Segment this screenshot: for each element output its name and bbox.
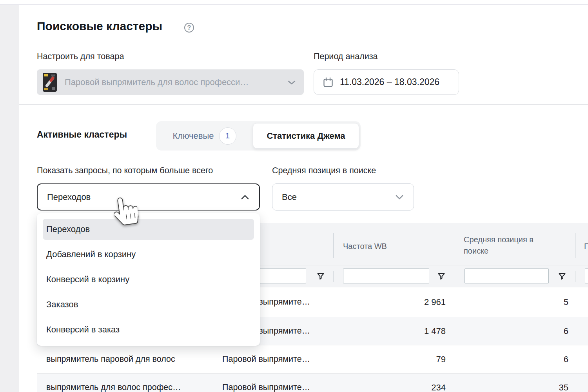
chevron-down-icon <box>287 80 296 85</box>
dropdown-option-1[interactable]: Добавлений в корзину <box>43 244 254 265</box>
filter-input-position[interactable] <box>465 269 549 283</box>
product-thumbnail <box>43 73 57 92</box>
position-select[interactable]: Все <box>272 183 414 211</box>
funnel-icon[interactable] <box>557 271 568 282</box>
filter-input-frequency[interactable] <box>343 269 429 283</box>
table-row-3: выпрямитель для волос профес…Паровой вып… <box>37 373 588 392</box>
calendar-icon <box>323 77 334 88</box>
metric-select[interactable]: Переходов <box>37 183 260 211</box>
metric-select-value: Переходов <box>47 192 240 202</box>
period-label: Период анализа <box>314 52 378 62</box>
cell-pos: 35 <box>455 374 568 392</box>
product-select-value: Паровой выпрямитель для волос професси… <box>65 77 287 87</box>
metric-dropdown-menu: ПереходовДобавлений в корзинуКонверсий в… <box>37 213 260 346</box>
cell-product: Паровой выпрямите… <box>222 374 329 392</box>
column-header-avg-position: Средняя позиция в поиске <box>464 234 547 257</box>
cell-freq: 234 <box>333 374 446 392</box>
column-header-frequency-wb: Частота WB <box>343 241 387 252</box>
tab-keywords-count-badge: 1 <box>219 127 236 145</box>
funnel-icon[interactable] <box>315 271 326 282</box>
cell-freq: 1 478 <box>333 317 446 345</box>
cell-query: выпрямитель для волос профес… <box>46 374 215 392</box>
position-select-label: Средняя позиция в поиске <box>272 166 376 176</box>
dropdown-option-4[interactable]: Конверсий в заказ <box>43 319 254 340</box>
table-row-2: выпрямитель паровой для волосПаровой вып… <box>37 345 588 373</box>
clusters-tab-group: Ключевые 1 Статистика Джема <box>156 121 361 151</box>
help-glyph: ? <box>187 24 191 31</box>
page-title: Поисковые кластеры <box>37 20 162 33</box>
tab-keywords[interactable]: Ключевые 1 <box>156 121 253 151</box>
funnel-icon[interactable] <box>436 271 447 282</box>
dropdown-option-0[interactable]: Переходов <box>43 219 254 240</box>
active-clusters-heading: Активные кластеры <box>37 129 127 140</box>
column-header-truncated: П <box>584 241 588 252</box>
dropdown-option-2[interactable]: Конверсий в корзину <box>43 269 254 290</box>
cell-freq: 2 961 <box>333 287 446 317</box>
dropdown-option-3[interactable]: Заказов <box>43 294 254 315</box>
cell-query: выпрямитель паровой для волос <box>46 345 215 373</box>
cell-pos: 6 <box>455 345 568 373</box>
left-gutter <box>0 5 19 392</box>
period-picker-button[interactable]: 11.03.2026 – 18.03.2026 <box>314 69 459 95</box>
help-question-icon[interactable]: ? <box>184 23 194 33</box>
cell-pos: 6 <box>455 317 568 345</box>
tab-keywords-label: Ключевые <box>172 131 214 141</box>
top-divider <box>0 4 588 5</box>
filter-input-col5[interactable] <box>585 269 588 283</box>
position-select-value: Все <box>282 192 395 202</box>
tab-jam-statistics[interactable]: Статистика Джема <box>253 123 359 149</box>
chevron-up-icon <box>240 194 250 200</box>
chevron-down-icon <box>395 194 404 200</box>
cell-freq: 79 <box>333 345 446 373</box>
product-select[interactable]: Паровой выпрямитель для волос професси… <box>37 69 304 95</box>
section-divider <box>19 104 588 105</box>
tab-jam-statistics-label: Статистика Джема <box>267 131 345 141</box>
search-clusters-page: Поисковые кластеры ? Настроить для товар… <box>0 0 588 392</box>
metric-select-label: Показать запросы, по которым больше всег… <box>37 166 213 176</box>
period-value: 11.03.2026 – 18.03.2026 <box>340 77 439 87</box>
product-selector-label: Настроить для товара <box>37 52 124 62</box>
cell-product: Паровой выпрямите… <box>222 345 329 373</box>
cell-pos: 5 <box>455 287 568 317</box>
